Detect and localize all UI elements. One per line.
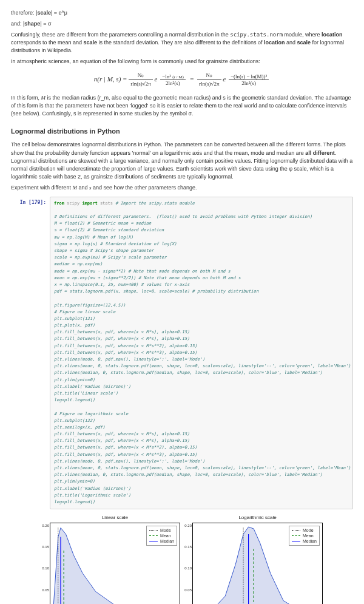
- form-explain: In this form, M is the median radius (r_…: [11, 94, 353, 118]
- plot-legend: Mode Mean Median: [146, 526, 177, 546]
- section-lognormal-python: Lognormal distributions in Python: [11, 127, 353, 137]
- scale-def: therefore: |scale| = e^μ: [11, 9, 353, 17]
- plot-log: Logarithmic scale 0.20 0.15 0.10 0.05 0.…: [192, 514, 323, 604]
- plot-legend: Mode Mean Median: [289, 526, 320, 546]
- code-cell-179: In [179]: from scipy import stats # Impo…: [11, 197, 353, 509]
- section1-para1: The cell below demonstrates lognormal di…: [11, 141, 353, 180]
- code-input[interactable]: from scipy import stats # Import the sci…: [50, 197, 353, 509]
- confusing-para: Confusingly, these are different from th…: [11, 31, 353, 55]
- shape-def: and: |shape| = σ: [11, 20, 353, 28]
- output-plots: Linear scale 0.20 0.15 0.10 0.05 0.00 Mo…: [50, 514, 353, 604]
- cell-prompt: In [179]:: [11, 197, 50, 206]
- grainsize-equation: n(r | M, s) = N₀rln(s)√2π e −ln² (r / M)…: [11, 72, 353, 88]
- section1-para2: Experiment with different M and s and se…: [11, 184, 353, 192]
- atmos-para: In atmospheric sciences, an equation of …: [11, 58, 353, 66]
- plot-linear: Linear scale 0.20 0.15 0.10 0.05 0.00 Mo…: [50, 514, 180, 604]
